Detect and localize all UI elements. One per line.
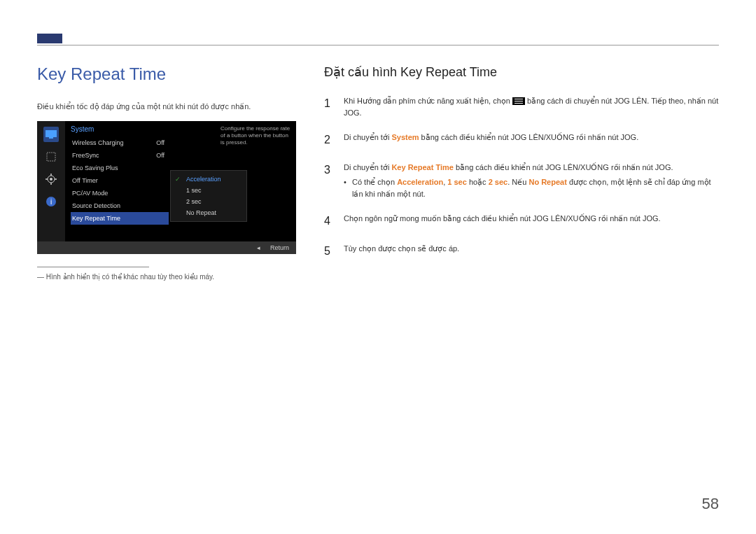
step-item: 1 Khi Hướng dẫn phím chức năng xuất hiện…	[324, 95, 719, 119]
step-text: Di chuyển tới	[344, 133, 391, 141]
footnote-rule	[37, 267, 149, 267]
section-heading: Đặt cấu hình Key Repeat Time	[324, 64, 719, 80]
step-number: 5	[324, 243, 334, 260]
osd-menu-item: FreeSyncOff	[71, 149, 169, 162]
osd-help-text: Configure the response rate of a button …	[220, 125, 290, 146]
step-sub-bullet: Có thể chọn Acceleration, 1 sec hoặc 2 s…	[344, 176, 719, 200]
osd-return-label: Return	[270, 244, 289, 251]
info-icon: i	[43, 194, 59, 209]
monitor-icon	[43, 127, 59, 142]
step-item: 2 Di chuyển tới System bằng cách điều kh…	[324, 132, 719, 149]
step-number: 4	[324, 213, 334, 230]
osd-item-label: Wireless Charging	[72, 139, 124, 146]
osd-menu-item: Eco Saving Plus	[71, 162, 169, 174]
steps-list: 1 Khi Hướng dẫn phím chức năng xuất hiện…	[324, 95, 719, 260]
left-column: Key Repeat Time Điều khiển tốc độ đáp ứn…	[37, 64, 303, 281]
header-rule	[37, 45, 719, 45]
keyword: 2 sec	[489, 178, 508, 186]
osd-item-label: PC/AV Mode	[72, 190, 108, 197]
osd-menu-title: System	[71, 125, 94, 133]
step-number: 1	[324, 95, 334, 119]
svg-rect-1	[49, 137, 53, 139]
step-body: Khi Hướng dẫn phím chức năng xuất hiện, …	[344, 95, 719, 119]
menu-icon	[512, 97, 525, 105]
page-description: Điều khiển tốc độ đáp ứng của một nút kh…	[37, 102, 303, 111]
step-number: 2	[324, 132, 334, 149]
osd-submenu-item: 2 sec	[171, 196, 246, 207]
step-text: . Nếu	[507, 178, 528, 186]
osd-submenu-item: No Repeat	[171, 207, 246, 218]
osd-nav-left-icon: ◂	[257, 244, 260, 251]
step-text: Có thể chọn	[352, 178, 397, 186]
step-text: bằng cách điều khiển nút JOG LÊN/XUỐNG r…	[454, 163, 673, 171]
step-body: Di chuyển tới Key Repeat Time bằng cách …	[344, 162, 719, 200]
osd-submenu: Acceleration 1 sec 2 sec No Repeat	[170, 170, 247, 222]
right-column: Đặt cấu hình Key Repeat Time 1 Khi Hướng…	[324, 64, 719, 281]
osd-submenu-item: 1 sec	[171, 185, 246, 196]
step-item: 5 Tùy chọn được chọn sẽ được áp.	[324, 243, 719, 260]
keyword: System	[391, 133, 419, 141]
keyword: Acceleration	[397, 178, 443, 186]
osd-footer: ◂ Return	[37, 241, 296, 254]
osd-menu-item: PC/AV Mode	[71, 187, 169, 199]
osd-item-value: Off	[156, 152, 164, 159]
step-text: Di chuyển tới	[344, 163, 391, 171]
footnote-text: ― Hình ảnh hiển thị có thể khác nhau tùy…	[37, 273, 303, 281]
keyword: Key Repeat Time	[391, 163, 453, 171]
osd-item-label: Source Detection	[72, 202, 120, 209]
step-text: Khi Hướng dẫn phím chức năng xuất hiện, …	[344, 97, 512, 105]
step-text: hoặc	[467, 178, 489, 186]
osd-menu-item: Source Detection	[71, 199, 169, 212]
page-title: Key Repeat Time	[37, 64, 303, 84]
page-number: 58	[702, 495, 719, 513]
osd-item-label: FreeSync	[72, 152, 99, 159]
step-text: bằng cách điều khiển nút JOG LÊN/XUỐNG r…	[419, 133, 639, 141]
osd-screenshot: i System Configure the response rate of …	[37, 121, 296, 254]
osd-sidebar: i	[37, 121, 65, 241]
page-content: Key Repeat Time Điều khiển tốc độ đáp ứn…	[37, 64, 719, 281]
osd-menu-item-selected: Key Repeat Time	[71, 212, 169, 225]
chapter-indicator	[37, 34, 62, 43]
osd-menu-list: Wireless ChargingOff FreeSyncOff Eco Sav…	[71, 136, 169, 225]
picture-icon	[43, 149, 59, 164]
step-item: 4 Chọn ngôn ngữ mong muốn bằng cách điều…	[324, 213, 719, 230]
keyword: No Repeat	[528, 178, 566, 186]
osd-item-value: Off	[156, 139, 164, 146]
osd-menu-item: Wireless ChargingOff	[71, 136, 169, 149]
svg-rect-2	[47, 153, 55, 161]
svg-rect-0	[46, 130, 57, 137]
osd-item-label: Key Repeat Time	[72, 215, 120, 222]
svg-text:i: i	[50, 198, 52, 206]
osd-item-label: Off Timer	[72, 177, 98, 184]
gear-icon	[43, 171, 59, 187]
svg-point-4	[50, 178, 52, 181]
keyword: 1 sec	[447, 178, 467, 186]
step-body: Tùy chọn được chọn sẽ được áp.	[344, 243, 719, 260]
step-body: Chọn ngôn ngữ mong muốn bằng cách điều k…	[344, 213, 719, 230]
step-body: Di chuyển tới System bằng cách điều khiể…	[344, 132, 719, 149]
osd-submenu-item-selected: Acceleration	[171, 174, 246, 185]
osd-item-label: Eco Saving Plus	[72, 164, 118, 171]
step-number: 3	[324, 162, 334, 200]
osd-menu-item: Off Timer	[71, 174, 169, 187]
step-item: 3 Di chuyển tới Key Repeat Time bằng các…	[324, 162, 719, 200]
